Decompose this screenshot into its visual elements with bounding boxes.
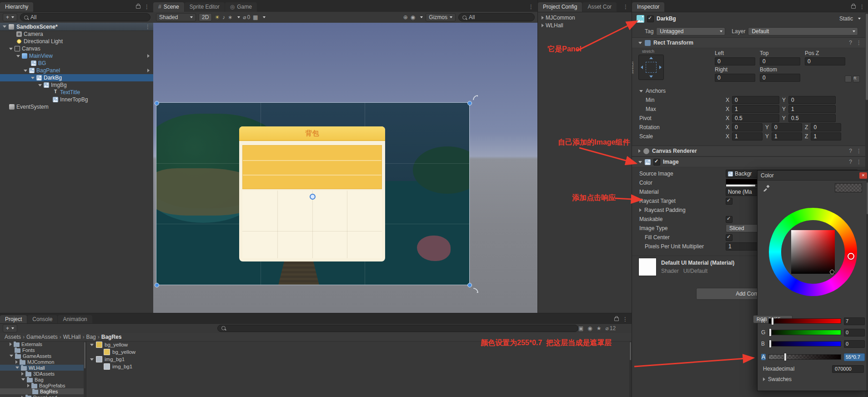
- raycast-target-checkbox[interactable]: [726, 198, 733, 205]
- min-x-field[interactable]: 0: [732, 96, 779, 104]
- foldout-open-icon[interactable]: [3, 25, 6, 28]
- layer-dropdown[interactable]: Default: [748, 27, 858, 35]
- scene-fx-icon[interactable]: ∗: [228, 14, 232, 20]
- gizmos-dropdown[interactable]: Gizmos: [426, 13, 456, 21]
- shading-mode-dropdown[interactable]: Shaded: [156, 13, 196, 21]
- scrollbar-thumb[interactable]: [866, 14, 868, 100]
- rotation-x-field[interactable]: 0: [732, 123, 763, 131]
- eyedropper-icon[interactable]: [763, 184, 770, 191]
- hierarchy-search-input[interactable]: All: [20, 13, 151, 21]
- foldout-open-icon[interactable]: [638, 42, 642, 44]
- panel-menu-icon[interactable]: ⋮: [528, 4, 534, 10]
- scale-z-field[interactable]: 1: [811, 132, 841, 141]
- foldout-closed-icon[interactable]: [15, 360, 18, 364]
- rect-handle-top-right[interactable]: [467, 101, 472, 106]
- grid-visibility-icon[interactable]: ▦: [253, 14, 258, 20]
- help-icon[interactable]: ?: [849, 159, 852, 165]
- canvas-renderer-header[interactable]: Canvas Renderer ?⋮: [632, 146, 865, 156]
- prefab-open-arrow-icon[interactable]: [147, 69, 150, 72]
- top-field[interactable]: 0: [760, 57, 800, 65]
- pivot-y-field[interactable]: 0.5: [788, 114, 836, 122]
- hierarchy-item-imgbg[interactable]: ImgBg: [0, 81, 153, 89]
- hierarchy-item-innertopbg[interactable]: InnerTopBg: [0, 96, 153, 103]
- config-item-wlhall[interactable]: WLHall: [538, 21, 632, 29]
- folder-gameassets[interactable]: GameAssets: [0, 353, 86, 359]
- foldout-closed-icon[interactable]: [27, 384, 30, 387]
- tool-settings-icon[interactable]: ⊕: [403, 14, 408, 20]
- foldout-open-icon[interactable]: [38, 84, 42, 86]
- sv-cursor[interactable]: [830, 270, 834, 274]
- rect-transform-header[interactable]: Rect Transform ?⋮: [632, 37, 865, 48]
- lock-icon[interactable]: [136, 5, 140, 9]
- scene-search-input[interactable]: All: [458, 13, 535, 21]
- max-x-field[interactable]: 1: [732, 105, 779, 113]
- hierarchy-item-darkbg-selected[interactable]: DarkBg: [0, 74, 153, 81]
- foldout-closed-icon[interactable]: [542, 16, 544, 20]
- asset-list-scrollbar[interactable]: [629, 341, 632, 397]
- tab-inspector[interactable]: Inspector: [632, 2, 664, 12]
- tab-game[interactable]: ◎Game: [225, 2, 257, 12]
- rect-handle-bottom-right[interactable]: [467, 283, 472, 287]
- tab-console[interactable]: Console: [27, 315, 57, 323]
- tab-project[interactable]: Project: [0, 315, 27, 323]
- hidden-objects-toggle[interactable]: ⌀0: [243, 14, 250, 20]
- rotate-handle-icon[interactable]: [472, 287, 479, 294]
- folder-bagres-selected[interactable]: BagRes: [0, 388, 86, 394]
- help-icon[interactable]: ?: [849, 40, 852, 46]
- alpha-slider[interactable]: [768, 354, 841, 360]
- tag-dropdown[interactable]: Untagged: [656, 27, 725, 35]
- config-item-mjcommon[interactable]: MJCommon: [538, 14, 632, 21]
- foldout-closed-icon[interactable]: [638, 149, 641, 153]
- rotation-z-field[interactable]: 0: [811, 123, 841, 131]
- panel-menu-icon[interactable]: ⋮: [859, 4, 865, 10]
- scale-x-field[interactable]: 1: [732, 132, 763, 141]
- scene-lighting-icon[interactable]: ☀: [215, 14, 220, 20]
- foldout-open-icon[interactable]: [31, 77, 35, 79]
- slider-thumb[interactable]: [771, 317, 774, 325]
- image-component-header[interactable]: Image ?⋮: [632, 156, 865, 167]
- foldout-open-icon[interactable]: [90, 344, 94, 346]
- lock-icon[interactable]: [614, 317, 619, 321]
- rect-handle-bottom-left[interactable]: [155, 283, 159, 287]
- pivot-handle[interactable]: [310, 194, 316, 200]
- right-field[interactable]: 0: [715, 74, 755, 82]
- prefab-open-arrow-icon[interactable]: [147, 54, 150, 58]
- red-slider[interactable]: [768, 318, 841, 324]
- folder-mjcommon[interactable]: MJCommon: [0, 359, 86, 365]
- rotation-y-field[interactable]: 0: [772, 123, 802, 131]
- hue-wheel[interactable]: [769, 208, 857, 296]
- hierarchy-item-camera[interactable]: Camera: [0, 30, 153, 38]
- slider-thumb[interactable]: [769, 340, 772, 348]
- breadcrumb-assets[interactable]: Assets: [5, 334, 21, 340]
- hierarchy-item-mainview[interactable]: MainView: [0, 52, 153, 60]
- alpha-value-field[interactable]: 55*0.7: [844, 353, 865, 361]
- anchors-foldout[interactable]: Anchors: [632, 86, 865, 95]
- posz-field[interactable]: 0: [805, 57, 845, 65]
- asset-img-bg1-sprite[interactable]: img_bg1: [86, 363, 629, 370]
- folder-bag[interactable]: Bag: [0, 377, 86, 382]
- max-y-field[interactable]: 1: [788, 105, 836, 113]
- foldout-open-icon[interactable]: [90, 358, 94, 361]
- tab-asset-correction[interactable]: Asset Cor: [582, 2, 617, 12]
- folder-wlhall[interactable]: WLHall: [0, 365, 86, 371]
- scrollbar-thumb[interactable]: [630, 342, 631, 360]
- hue-marker[interactable]: [848, 253, 854, 260]
- foldout-closed-icon[interactable]: [21, 396, 24, 397]
- blueprint-mode-icon[interactable]: [845, 75, 852, 82]
- foldout-open-icon[interactable]: [9, 48, 13, 50]
- tab-hierarchy[interactable]: Hierarchy: [0, 2, 33, 12]
- create-asset-button[interactable]: +: [3, 324, 17, 332]
- maskable-checkbox[interactable]: [726, 216, 733, 223]
- component-menu-icon[interactable]: ⋮: [856, 40, 862, 46]
- camera-settings-icon[interactable]: ◉: [411, 14, 415, 20]
- hidden-count-toggle[interactable]: ⌀12: [606, 325, 616, 332]
- scene-canvas[interactable]: 背包: [153, 23, 537, 313]
- image-enabled-checkbox[interactable]: [653, 159, 660, 166]
- project-search-input[interactable]: [217, 325, 578, 332]
- foldout-open-icon[interactable]: [24, 70, 27, 72]
- hierarchy-item-eventsystem[interactable]: EventSystem: [0, 103, 153, 111]
- create-object-button[interactable]: +: [3, 13, 17, 21]
- breadcrumb-gameassets[interactable]: GameAssets: [26, 334, 58, 340]
- foldout-closed-icon[interactable]: [10, 342, 12, 346]
- folder-download[interactable]: DownLoad: [0, 394, 86, 397]
